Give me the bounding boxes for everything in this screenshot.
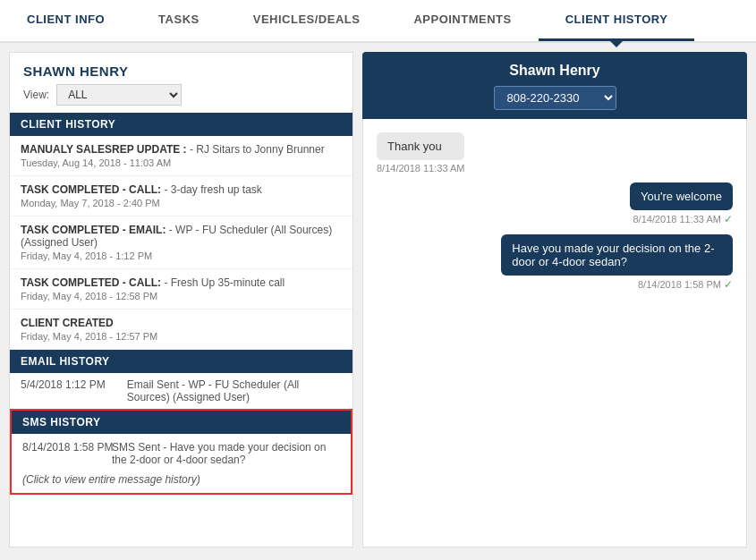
left-panel: SHAWN HENRY View: ALL CLIENT HISTORY MAN… <box>9 52 353 547</box>
phone-select[interactable]: 808-220-2330 <box>494 86 616 110</box>
sms-section: SMS HISTORY 8/14/2018 1:58 PMSMS Sent - … <box>10 409 353 495</box>
message-bubble: You're welcome <box>630 182 733 210</box>
top-nav: CLIENT INFOTASKSVEHICLES/DEALSAPPOINTMEN… <box>0 0 756 43</box>
email-history-header: EMAIL HISTORY <box>10 350 353 373</box>
right-panel: Shawn Henry 808-220-2330 Thank you8/14/2… <box>362 52 747 547</box>
main-content: SHAWN HENRY View: ALL CLIENT HISTORY MAN… <box>0 43 756 556</box>
sms-click-hint[interactable]: (Click to view entire message history) <box>12 473 351 493</box>
sms-history-header: SMS HISTORY <box>12 411 351 434</box>
message-bubble: Have you made your decision on the 2-doo… <box>501 234 733 276</box>
view-row: View: ALL <box>23 84 339 106</box>
view-select[interactable]: ALL <box>56 84 182 106</box>
sms-content: SMS Sent - Have you made your decision o… <box>112 441 340 466</box>
sms-time: 8/14/2018 1:58 PM <box>22 441 103 466</box>
message-timestamp: 8/14/2018 11:33 AM <box>377 163 464 174</box>
email-items-container: 5/4/2018 1:12 PMEmail Sent - WP - FU Sch… <box>10 373 353 409</box>
history-item-title: CLIENT CREATED <box>21 317 342 329</box>
history-item-date: Friday, May 4, 2018 - 12:58 PM <box>21 291 342 301</box>
sms-items-container[interactable]: 8/14/2018 1:58 PMSMS Sent - Have you mad… <box>12 434 351 473</box>
chat-message-outgoing: You're welcome8/14/2018 11:33 AM ✓ <box>630 182 733 225</box>
chat-message-incoming: Thank you8/14/2018 11:33 AM <box>377 132 464 174</box>
checkmark-icon: ✓ <box>724 213 733 225</box>
history-item: MANUALY SALESREP UPDATE : - RJ Sitars to… <box>10 136 353 176</box>
chat-message-outgoing: Have you made your decision on the 2-doo… <box>501 234 733 291</box>
nav-item-tasks[interactable]: TASKS <box>132 0 226 41</box>
checkmark-icon: ✓ <box>724 278 733 291</box>
view-label: View: <box>23 89 49 101</box>
client-name: SHAWN HENRY <box>23 64 339 79</box>
history-item-date: Tuesday, Aug 14, 2018 - 11:03 AM <box>21 157 342 168</box>
nav-item-vehicles-deals[interactable]: VEHICLES/DEALS <box>226 0 387 41</box>
email-item: 5/4/2018 1:12 PMEmail Sent - WP - FU Sch… <box>10 373 353 409</box>
nav-item-client-info[interactable]: CLIENT INFO <box>0 0 132 41</box>
chat-header: Shawn Henry 808-220-2330 <box>362 52 747 119</box>
history-item: TASK COMPLETED - CALL: - 3-day fresh up … <box>10 176 353 216</box>
nav-item-client-history[interactable]: CLIENT HISTORY <box>539 0 695 41</box>
chat-client-name: Shawn Henry <box>376 63 734 79</box>
history-item-date: Friday, May 4, 2018 - 12:57 PM <box>21 331 342 342</box>
email-date: 5/4/2018 1:12 PM <box>10 373 116 409</box>
history-item-title: TASK COMPLETED - CALL: - 3-day fresh up … <box>21 183 342 196</box>
history-item-title: TASK COMPLETED - CALL: - Fresh Up 35-min… <box>21 276 342 289</box>
history-item-title: MANUALY SALESREP UPDATE : - RJ Sitars to… <box>21 143 342 156</box>
message-timestamp: 8/14/2018 11:33 AM ✓ <box>630 213 733 225</box>
history-items-container: MANUALY SALESREP UPDATE : - RJ Sitars to… <box>10 136 353 350</box>
history-item-date: Friday, May 4, 2018 - 1:12 PM <box>21 250 342 261</box>
history-item-date: Monday, May 7, 2018 - 2:40 PM <box>21 198 342 208</box>
history-item: TASK COMPLETED - CALL: - Fresh Up 35-min… <box>10 269 353 310</box>
history-item: CLIENT CREATEDFriday, May 4, 2018 - 12:5… <box>10 310 353 350</box>
phone-select-wrap: 808-220-2330 <box>494 86 616 110</box>
history-item-title: TASK COMPLETED - EMAIL: - WP - FU Schedu… <box>21 224 342 249</box>
nav-item-appointments[interactable]: APPOINTMENTS <box>386 0 538 41</box>
sms-item[interactable]: 8/14/2018 1:58 PMSMS Sent - Have you mad… <box>12 434 351 473</box>
chat-messages: Thank you8/14/2018 11:33 AMYou're welcom… <box>362 119 747 547</box>
client-history-header: CLIENT HISTORY <box>10 113 353 136</box>
message-timestamp: 8/14/2018 1:58 PM ✓ <box>501 278 733 291</box>
history-item: TASK COMPLETED - EMAIL: - WP - FU Schedu… <box>10 216 353 269</box>
message-bubble: Thank you <box>377 132 464 160</box>
client-name-section: SHAWN HENRY View: ALL <box>10 53 353 113</box>
email-content: Email Sent - WP - FU Scheduler (All Sour… <box>116 373 353 409</box>
